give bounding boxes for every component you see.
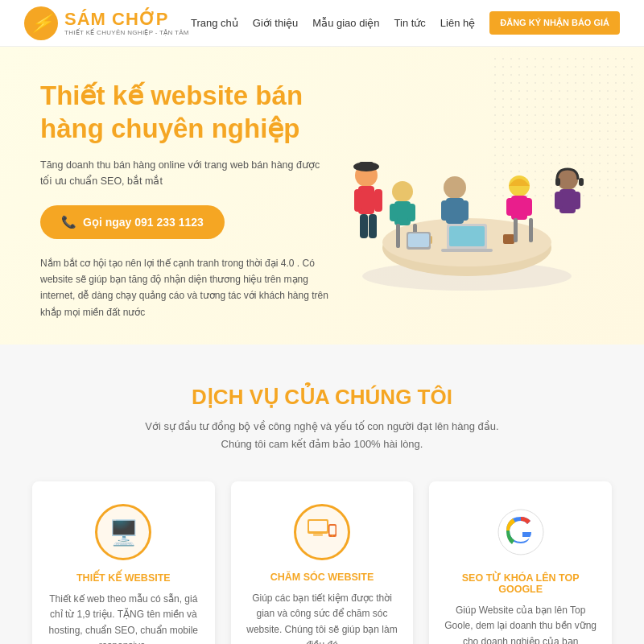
nav-about[interactable]: Giới thiệu <box>253 17 298 29</box>
svg-rect-6 <box>503 234 514 244</box>
svg-rect-15 <box>359 162 374 170</box>
svg-point-45 <box>332 535 333 537</box>
phone-icon: 📞 <box>61 215 76 229</box>
hero-section: Thiết kế website bán hàng chuyên nghiệp … <box>0 47 644 345</box>
svg-rect-13 <box>369 214 377 238</box>
call-button[interactable]: 📞 Gọi ngay 091 233 1123 <box>40 205 225 239</box>
svg-rect-11 <box>374 189 382 212</box>
service-name-3: SEO TỪ KHÓA LÊN TOP GOOGLE <box>444 572 597 595</box>
nav-contact[interactable]: Liên hệ <box>440 17 475 29</box>
nav-news[interactable]: Tin tức <box>394 17 426 29</box>
nav-templates[interactable]: Mẫu giao diện <box>312 17 379 29</box>
services-section: DỊCH VỤ CỦA CHÚNG TÔI Với sự đầu tư đồng… <box>0 345 644 644</box>
services-title: DỊCH VỤ CỦA CHÚNG TÔI <box>32 385 612 410</box>
svg-rect-42 <box>313 534 323 536</box>
hero-title: Thiết kế website bán hàng chuyên nghiệp <box>40 79 330 146</box>
service-card-care: CHĂM SÓC WEBSITE Giúp các bạn tiết kiệm … <box>231 481 414 644</box>
svg-rect-26 <box>506 198 514 216</box>
service-desc-2: Giúp các bạn tiết kiệm được thời gian và… <box>246 591 399 644</box>
hero-illustration <box>330 99 604 300</box>
logo-text-group: SÁM CHỚP THIẾT KẾ CHUYÊN NGHIỆP - TẬN TÂ… <box>64 10 189 36</box>
logo: ⚡ SÁM CHỚP THIẾT KẾ CHUYÊN NGHIỆP - TẬN … <box>24 6 189 40</box>
svg-rect-4 <box>449 226 485 246</box>
svg-rect-37 <box>529 218 533 242</box>
svg-rect-27 <box>524 198 532 216</box>
google-icon <box>493 504 549 560</box>
svg-rect-22 <box>441 200 450 221</box>
svg-rect-36 <box>514 218 518 242</box>
service-card-website: 🖥️ THIẾT KẾ WEBSITE Thiết kế web theo mẫ… <box>32 481 215 644</box>
svg-rect-34 <box>396 224 400 248</box>
svg-rect-5 <box>441 249 493 252</box>
svg-rect-23 <box>460 200 469 221</box>
svg-rect-44 <box>329 526 335 535</box>
svg-point-46 <box>498 510 543 555</box>
service-name-2: CHĂM SÓC WEBSITE <box>246 572 399 583</box>
logo-sub: THIẾT KẾ CHUYÊN NGHIỆP - TẬN TÂM <box>64 29 189 36</box>
website-icon: 🖥️ <box>95 504 151 560</box>
svg-point-20 <box>444 176 466 199</box>
nav-home[interactable]: Trang chủ <box>191 17 238 29</box>
service-card-seo: SEO TỪ KHÓA LÊN TOP GOOGLE Giúp Website … <box>429 481 612 644</box>
care-icon <box>294 504 350 560</box>
svg-rect-10 <box>354 189 362 212</box>
main-nav: Trang chủ Giới thiệu Mẫu giao diện Tin t… <box>191 11 620 35</box>
svg-rect-19 <box>407 204 415 221</box>
svg-rect-32 <box>555 192 563 209</box>
header: ⚡ SÁM CHỚP THIẾT KẾ CHUYÊN NGHIỆP - TẬN … <box>0 0 644 47</box>
services-grid: 🖥️ THIẾT KẾ WEBSITE Thiết kế web theo mẫ… <box>32 481 612 644</box>
team-svg <box>330 99 604 300</box>
logo-icon: ⚡ <box>24 6 58 40</box>
svg-rect-18 <box>390 204 398 221</box>
logo-name: SÁM CHỚP <box>64 10 189 29</box>
svg-rect-41 <box>309 521 327 531</box>
call-label: Gọi ngay 091 233 1123 <box>83 216 204 229</box>
service-desc-3: Giúp Website của bạn lên Top Goole, dem … <box>444 603 597 644</box>
hero-content: Thiết kế website bán hàng chuyên nghiệp … <box>40 79 330 320</box>
svg-rect-30 <box>579 178 584 186</box>
services-subtitle: Với sự đầu tư đồng bộ về công nghệ và yế… <box>32 418 612 453</box>
hero-desc: Nắm bắt cơ hội tạo nên lợi thế cạnh tran… <box>40 255 330 321</box>
register-button[interactable]: ĐĂNG KÝ NHẬN BÁO GIÁ <box>489 11 620 35</box>
svg-rect-39 <box>408 233 429 247</box>
hero-subtitle: Tăng doanh thu bán hàng online với trang… <box>40 157 330 189</box>
svg-point-16 <box>392 181 413 202</box>
svg-rect-29 <box>555 178 560 186</box>
svg-rect-33 <box>572 192 580 209</box>
service-desc-1: Thiết kế web theo mẫu có sẵn, giá chỉ từ… <box>47 592 200 644</box>
svg-rect-12 <box>360 214 368 238</box>
service-name-1: THIẾT KẾ WEBSITE <box>47 572 200 584</box>
